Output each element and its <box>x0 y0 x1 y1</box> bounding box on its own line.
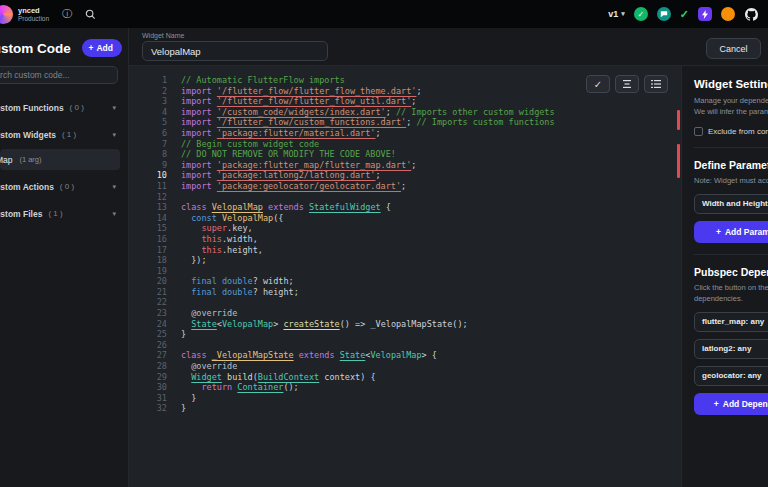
code-text: // DO NOT REMOVE OR MODIFY THE CODE ABOV… <box>181 149 396 160</box>
code-text: class VelopalMap extends StatefulWidget … <box>181 202 391 213</box>
code-text: super.key, <box>181 223 253 234</box>
code-line[interactable]: 17 this.height, <box>129 245 681 256</box>
sidebar-item-velopalmap[interactable]: VelopalMap (1 arg) <box>0 149 120 170</box>
version-selector[interactable]: v1 ▾ <box>608 9 625 19</box>
code-text: // Automatic FlutterFlow imports <box>181 75 345 86</box>
checks-passed-icon[interactable]: ✓ <box>680 8 689 21</box>
code-text: } <box>181 329 186 340</box>
divider <box>694 147 768 148</box>
code-line[interactable]: 9import 'package:flutter_map/flutter_map… <box>129 160 681 171</box>
code-line[interactable]: 18 }); <box>129 255 681 266</box>
exclude-from-compilation-checkbox[interactable] <box>694 127 703 136</box>
search-icon[interactable] <box>85 9 96 20</box>
code-text: Widget build(BuildContext context) { <box>181 372 376 383</box>
code-line[interactable]: 22 <box>129 297 681 308</box>
sidebar-section-custom-actions[interactable]: Custom Actions ( 0 ) ▾ <box>0 173 128 200</box>
deploy-icon[interactable] <box>698 7 712 21</box>
dependency-chip[interactable]: flutter_map: any <box>694 312 768 332</box>
code-line[interactable]: 20 final double? width; <box>129 276 681 287</box>
code-text: } <box>181 393 196 404</box>
format-code-button[interactable] <box>615 75 639 93</box>
comments-icon[interactable] <box>657 7 671 21</box>
code-line[interactable]: 15 super.key, <box>129 223 681 234</box>
size-param-chip[interactable]: Width and Height (recommended) <box>694 194 768 214</box>
code-line[interactable]: 19 <box>129 266 681 277</box>
line-number: 9 <box>129 160 181 171</box>
info-icon[interactable]: ⓘ <box>62 7 72 21</box>
widget-name-input[interactable] <box>142 41 328 61</box>
code-line[interactable]: 12 <box>129 192 681 203</box>
line-number: 13 <box>129 202 181 213</box>
add-parameters-button[interactable]: + Add Parameters <box>694 221 768 243</box>
dependency-chip[interactable]: latlong2: any <box>694 339 768 359</box>
chevron-down-icon: ▾ <box>112 183 116 191</box>
line-number: 1 <box>129 75 181 86</box>
code-line[interactable]: 24 State<VelopalMap> createState() => _V… <box>129 319 681 330</box>
section-count: ( 1 ) <box>48 209 62 218</box>
line-number: 29 <box>129 372 181 383</box>
code-line[interactable]: 5import '/flutter_flow/custom_functions.… <box>129 117 681 128</box>
code-line[interactable]: 26 <box>129 340 681 351</box>
topbar-left: ynced Production ⓘ <box>0 5 96 24</box>
github-icon[interactable] <box>744 7 758 21</box>
code-line[interactable]: 14 const VelopalMap({ <box>129 213 681 224</box>
code-line[interactable]: 27class _VelopalMapState extends State<V… <box>129 350 681 361</box>
add-custom-code-button[interactable]: + Add <box>82 39 123 57</box>
compile-check-button[interactable]: ✓ <box>586 75 610 93</box>
code-text: import '/flutter_flow/flutter_flow_theme… <box>181 86 422 97</box>
code-settings-button[interactable] <box>644 75 668 93</box>
notifications-icon[interactable] <box>721 7 735 21</box>
flutterflow-custom-code-screen: ynced Production ⓘ v1 ▾ ✓ ✓ <box>0 0 768 487</box>
line-number: 6 <box>129 128 181 139</box>
code-line[interactable]: 28 @override <box>129 361 681 372</box>
custom-code-sidebar: Custom Code + Add Custom Functions ( 0 )… <box>0 28 129 487</box>
add-button-label: Add <box>96 43 113 53</box>
line-number: 24 <box>129 319 181 330</box>
sidebar-section-custom-functions[interactable]: Custom Functions ( 0 ) ▾ <box>0 94 128 121</box>
code-line[interactable]: 29 Widget build(BuildContext context) { <box>129 372 681 383</box>
add-dependency-button[interactable]: + Add Dependency <box>694 393 768 415</box>
code-line[interactable]: 13class VelopalMap extends StatefulWidge… <box>129 202 681 213</box>
code-line[interactable]: 4import '/custom_code/widgets/index.dart… <box>129 107 681 118</box>
code-text: }); <box>181 255 207 266</box>
code-line[interactable]: 8// DO NOT REMOVE OR MODIFY THE CODE ABO… <box>129 149 681 160</box>
cancel-button[interactable]: Cancel <box>706 38 761 59</box>
line-number: 26 <box>129 340 181 351</box>
sidebar-section-custom-widgets[interactable]: Custom Widgets ( 1 ) ▾ <box>0 121 128 148</box>
line-number: 12 <box>129 192 181 203</box>
search-custom-code-input[interactable] <box>0 66 118 84</box>
code-line[interactable]: 21 final double? height; <box>129 287 681 298</box>
sync-ok-icon[interactable]: ✓ <box>634 7 648 21</box>
code-line[interactable]: 10import 'package:latlong2/latlong.dart'… <box>129 170 681 181</box>
code-line[interactable]: 11import 'package:geolocator/geolocator.… <box>129 181 681 192</box>
code-line[interactable]: 23 @override <box>129 308 681 319</box>
editor-toolbar: ✓ <box>586 75 668 93</box>
exclude-from-compilation-row[interactable]: Exclude from compilation <box>694 127 768 136</box>
code-line[interactable]: 31 } <box>129 393 681 404</box>
code-text: import '/flutter_flow/custom_functions.d… <box>181 117 555 128</box>
sidebar-section-custom-files[interactable]: Custom Files ( 1 ) ▾ <box>0 200 128 227</box>
topbar-right: v1 ▾ ✓ ✓ <box>608 7 758 21</box>
line-number: 27 <box>129 350 181 361</box>
code-line[interactable]: 16 this.width, <box>129 234 681 245</box>
sidebar-title-row: Custom Code + Add <box>0 28 128 66</box>
code-text: class _VelopalMapState extends State<Vel… <box>181 350 437 361</box>
code-line[interactable]: 30 return Container(); <box>129 382 681 393</box>
code-line[interactable]: 3import '/flutter_flow/flutter_flow_util… <box>129 96 681 107</box>
code-editor[interactable]: 1// Automatic FlutterFlow imports2import… <box>129 66 681 487</box>
line-number: 25 <box>129 329 181 340</box>
code-line[interactable]: 25} <box>129 329 681 340</box>
sidebar-title: Custom Code <box>0 41 71 56</box>
dependency-chip[interactable]: geolocator: any <box>694 366 768 386</box>
code-text: import '/custom_code/widgets/index.dart'… <box>181 107 555 118</box>
widget-item-arg-badge: (1 arg) <box>19 155 41 164</box>
app-logo[interactable] <box>0 5 13 24</box>
code-line[interactable]: 32} <box>129 403 681 414</box>
project-sync-label: ynced <box>18 6 49 15</box>
widget-name-label: Widget Name <box>142 32 184 39</box>
line-number: 18 <box>129 255 181 266</box>
code-text: } <box>181 403 186 414</box>
code-line[interactable]: 7// Begin custom widget code <box>129 139 681 150</box>
version-label: v1 <box>608 9 618 19</box>
code-line[interactable]: 6import 'package:flutter/material.dart'; <box>129 128 681 139</box>
